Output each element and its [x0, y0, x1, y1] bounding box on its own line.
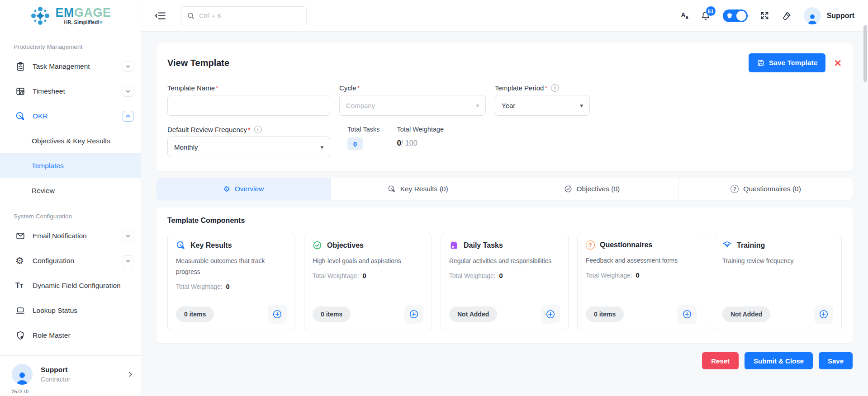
add-daily-tasks-button[interactable] [541, 305, 560, 324]
question-circle-icon: ? [730, 185, 739, 193]
chevron-down-icon: ▾ [580, 102, 583, 109]
chevron-down-icon: ▾ [476, 102, 479, 109]
add-key-results-button[interactable] [268, 305, 287, 324]
user-name: Support [41, 366, 70, 374]
form-actions: Reset Submit & Close Save [157, 352, 853, 369]
view-template-card: View Template Save Template ✕ Template N… [157, 43, 853, 171]
emgage-logo-icon [29, 5, 51, 27]
template-period-label: Template Period*i [495, 84, 590, 92]
scrollbar-thumb[interactable] [863, 25, 867, 82]
theme-brush-icon[interactable] [782, 11, 792, 21]
items-count-badge: Not Added [449, 306, 497, 322]
reset-button[interactable]: Reset [702, 352, 739, 369]
clipboard-icon [15, 61, 25, 71]
info-icon[interactable]: i [551, 84, 559, 92]
sidebar-item-lookup-status[interactable]: Lookup Status [0, 298, 141, 323]
fullscreen-icon[interactable] [760, 11, 769, 20]
user-avatar [12, 364, 33, 385]
check-circle-icon [564, 185, 572, 193]
gear-icon: ⚙ [15, 256, 25, 266]
component-card-objectives: Objectives High-level goals and aspirati… [304, 233, 432, 331]
close-icon[interactable]: ✕ [834, 58, 842, 68]
sidebar-item-role-master[interactable]: Role Master [0, 323, 141, 348]
sidebar-item-timesheet[interactable]: Timesheet [0, 79, 141, 104]
total-weightage-value: 0/ 100 [397, 139, 444, 148]
chevron-up-icon[interactable] [123, 111, 133, 122]
template-components-title: Template Components [167, 217, 842, 225]
items-count-badge: 0 items [176, 306, 214, 322]
target-icon [388, 185, 396, 193]
chevron-down-icon[interactable] [123, 255, 133, 266]
translate-icon[interactable]: Aa [681, 12, 688, 20]
section-productivity-management: Productivity Management [0, 33, 141, 54]
user-avatar[interactable] [804, 7, 821, 24]
main-content: View Template Save Template ✕ Template N… [141, 32, 868, 396]
privacy-toggle[interactable] [723, 9, 748, 22]
brand-name: EMGAGE HR, Simplified!® [55, 7, 111, 25]
sidebar-item-objectives-key-results[interactable]: Objectives & Key Results [0, 128, 141, 153]
save-template-button[interactable]: Save Template [749, 53, 825, 72]
submit-close-button[interactable]: Submit & Close [745, 352, 813, 369]
template-period-select[interactable]: Year ▾ [495, 95, 590, 116]
review-frequency-select[interactable]: Monthly ▾ [167, 137, 330, 157]
items-count-badge: Not Added [722, 306, 770, 322]
calendar-icon [449, 240, 459, 250]
topbar-user-name[interactable]: Support [827, 12, 854, 20]
sidebar-collapse-icon[interactable] [155, 10, 166, 22]
add-questionnaires-button[interactable] [678, 305, 697, 324]
chevron-down-icon[interactable] [123, 86, 133, 97]
component-card-questionnaires: ? Questionnaires Feedback and assessment… [577, 233, 705, 331]
sidebar: EMGAGE HR, Simplified!® Productivity Man… [0, 0, 141, 396]
items-count-badge: 0 items [586, 306, 624, 322]
sidebar-item-review[interactable]: Review [0, 178, 141, 203]
user-role: Contractor [41, 376, 70, 383]
shield-user-icon [15, 330, 25, 340]
chevron-down-icon[interactable] [123, 61, 133, 72]
cycle-label: Cycle* [339, 84, 486, 92]
mail-icon [15, 231, 25, 241]
check-circle-icon [313, 240, 322, 250]
chevron-down-icon[interactable] [123, 231, 133, 241]
component-card-key-results: Key Results Measurable outcomes that tra… [167, 233, 295, 331]
save-disk-icon [757, 59, 765, 67]
sidebar-item-task-management[interactable]: Task Management [0, 54, 141, 79]
total-weightage-label: Total Weightage [397, 126, 444, 133]
laptop-icon [15, 306, 25, 316]
sidebar-item-okr[interactable]: OKR [0, 104, 141, 128]
tab-key-results[interactable]: Key Results (0) [331, 178, 505, 200]
component-card-training: Training Training review frequency Not A… [714, 233, 842, 331]
chevron-down-icon: ▾ [320, 144, 323, 151]
tab-overview[interactable]: ⚙ Overview [157, 178, 331, 200]
search-icon [187, 12, 195, 20]
template-name-input[interactable] [167, 95, 330, 116]
toggle-knob [736, 11, 746, 21]
search-input[interactable] [199, 12, 301, 19]
notifications-bell-icon[interactable]: 51 [701, 10, 711, 21]
sidebar-user-card[interactable]: Support Contractor 25.D.70 [0, 355, 141, 396]
cycle-select[interactable]: Company ▾ [339, 95, 486, 116]
target-icon [176, 240, 185, 250]
save-button[interactable]: Save [819, 352, 853, 369]
sidebar-item-configuration[interactable]: ⚙ Configuration [0, 248, 141, 273]
question-circle-icon: ? [586, 240, 595, 250]
sidebar-item-dynamic-field-configuration[interactable]: TT Dynamic Field Configuration [0, 273, 141, 298]
add-objectives-button[interactable] [404, 305, 423, 324]
add-training-button[interactable] [814, 305, 833, 324]
global-search[interactable] [181, 6, 307, 25]
training-box-icon [722, 240, 732, 250]
okr-target-icon [15, 111, 25, 121]
tab-questionnaires[interactable]: ? Questionnaires (0) [678, 178, 853, 200]
sidebar-nav: Productivity Management Task Management … [0, 32, 141, 355]
total-tasks-value: 0 [347, 137, 363, 150]
notification-count-badge: 51 [706, 6, 716, 16]
sidebar-item-email-notification[interactable]: Email Notification [0, 223, 141, 248]
info-icon[interactable]: i [254, 126, 262, 133]
tab-objectives[interactable]: Objectives (0) [505, 178, 679, 200]
text-fields-icon: TT [15, 281, 25, 291]
app-version: 25.D.70 [12, 389, 28, 394]
sidebar-item-templates[interactable]: Templates [0, 153, 141, 178]
page-title: View Template [167, 58, 229, 68]
total-tasks-label: Total Tasks [347, 126, 379, 133]
template-components-section: Template Components Key Results Measurab… [157, 207, 853, 343]
chevron-right-icon[interactable] [127, 371, 133, 377]
